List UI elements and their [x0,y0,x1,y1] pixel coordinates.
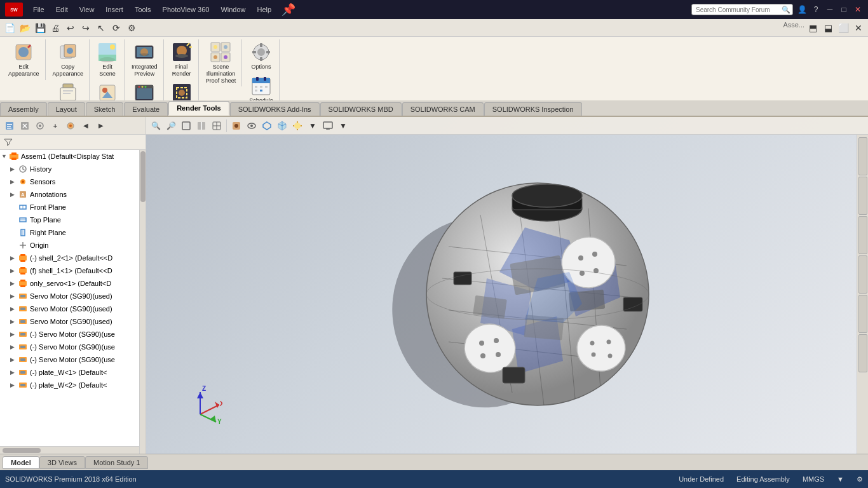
display-settings-dropdown[interactable]: ▼ [306,119,320,133]
sensors-expand-icon[interactable]: ▶ [10,179,18,185]
expand-right-button[interactable]: ▶ [94,119,108,133]
menu-file[interactable]: File [28,4,50,15]
tree-item-plate1[interactable]: ▶ (-) plate_W<1> (Default< [0,366,146,379]
monitor-button[interactable] [321,119,335,133]
servo3-expand-icon[interactable]: ▶ [10,318,18,325]
tree-item-history[interactable]: ▶ History [0,163,146,175]
configuration-manager-button[interactable] [33,119,47,133]
view-cube-button[interactable] [275,119,289,133]
zoom-in-button[interactable]: 🔎 [164,119,178,133]
rsb-btn-3[interactable] [858,216,867,254]
print-button[interactable]: 🖨 [48,21,62,35]
tree-item-sensors[interactable]: ▶ Sensors [0,175,146,188]
tree-item-servo1[interactable]: ▶ Servo Motor (SG90)(used) [0,290,146,302]
options-button[interactable]: ⚙ [125,21,139,35]
plate1-expand-icon[interactable]: ▶ [10,369,18,376]
menu-insert[interactable]: Insert [100,4,128,15]
tree-root[interactable]: ▼ Assem1 (Default<Display Stat [0,150,146,163]
section-view-button[interactable] [194,119,208,133]
paste-appearance-button[interactable]: Paste Appearance [50,80,87,100]
minimize-button[interactable]: ─ [825,5,835,14]
tree-item-servo3[interactable]: ▶ Servo Motor (SG90)(used) [0,315,146,328]
schedule-render-button[interactable]: Schedule Render [246,73,276,100]
tree-item-servo4[interactable]: ▶ (-) Servo Motor (SG90)(use [0,328,146,341]
help-icon[interactable]: ? [811,5,821,14]
dim-xpert-button[interactable]: + [48,119,62,133]
undo-button[interactable]: ↩ [64,21,78,35]
zoom-to-fit-button[interactable]: 🔍 [149,119,163,133]
copy-appearance-button[interactable]: Copy Appearance [50,39,87,80]
restore-button[interactable]: □ [839,5,849,14]
plate2-expand-icon[interactable]: ▶ [10,382,18,388]
tree-item-servo2[interactable]: ▶ Servo Motor (SG90)(used) [0,302,146,315]
tab-evaluate[interactable]: Evaluate [124,102,168,116]
tab-assembly[interactable]: Assembly [0,102,47,116]
rsb-btn-6[interactable] [858,334,867,372]
servo6-expand-icon[interactable]: ▶ [10,356,18,363]
scene-illumination-button[interactable]: SceneIlluminationProof Sheet [203,39,240,86]
menu-edit[interactable]: Edit [51,4,73,15]
edit-scene-button[interactable]: Edit Scene [93,39,121,80]
root-expand-icon[interactable]: ▼ [1,153,9,159]
tree-item-servo6[interactable]: ▶ (-) Servo Motor (SG90)(use [0,353,146,366]
tree-item-right-plane[interactable]: Right Plane [0,226,146,239]
menu-view[interactable]: View [74,4,100,15]
render-region-button[interactable]: Render Region [168,80,196,100]
tree-item-shell2[interactable]: ▶ (-) shell_2<1> (Default<<D [0,252,146,264]
menu-photoview[interactable]: PhotoView 360 [158,4,215,15]
save-button[interactable]: 💾 [33,21,47,35]
preview-window-button[interactable]: Preview Window [130,80,158,100]
tree-scrollbar[interactable] [139,150,146,454]
tab-model[interactable]: Model [3,456,39,469]
tab-cam[interactable]: SOLIDWORKS CAM [402,102,484,116]
property-manager-button[interactable] [18,119,32,133]
tab-sketch[interactable]: Sketch [86,102,124,116]
tree-item-shell1[interactable]: ▶ (f) shell_1<1> (Default<<D [0,264,146,277]
tree-hscrollbar[interactable]: ▶ [0,446,146,454]
tab-3d-views[interactable]: 3D Views [39,456,85,469]
tree-item-origin[interactable]: Origin [0,239,146,252]
servo5-expand-icon[interactable]: ▶ [10,344,18,350]
status-options-icon[interactable]: ⚙ [857,475,863,484]
display-manager-button[interactable] [64,119,78,133]
split-horizontal-button[interactable]: ⬒ [806,21,820,35]
menu-window[interactable]: Window [215,4,250,15]
model-area[interactable]: X Y Z [146,135,868,454]
tree-item-only-servo[interactable]: ▶ only_servo<1> (Default<D [0,277,146,290]
final-render-button[interactable]: Final Render [168,39,196,80]
tree-item-servo5[interactable]: ▶ (-) Servo Motor (SG90)(use [0,341,146,353]
tab-render-tools[interactable]: Render Tools [168,101,229,116]
tree-item-annotations[interactable]: ▶ A Annotations [0,188,146,201]
tree-item-top-plane[interactable]: Top Plane [0,214,146,226]
menu-tools[interactable]: Tools [130,4,156,15]
open-button[interactable]: 📂 [18,21,32,35]
feature-manager-button[interactable] [3,119,17,133]
split-vertical-button[interactable]: ⬓ [821,21,835,35]
display-style-button[interactable] [229,119,243,133]
tab-mbd[interactable]: SOLIDWORKS MBD [320,102,402,116]
select-button[interactable]: ↖ [94,21,108,35]
servo1-expand-icon[interactable]: ▶ [10,293,18,299]
servo2-expand-icon[interactable]: ▶ [10,306,18,312]
new-button[interactable]: 📄 [3,21,17,35]
shell2-expand-icon[interactable]: ▶ [10,255,18,261]
close-window-button[interactable]: ✕ [851,21,865,35]
tree-item-front-plane[interactable]: Front Plane [0,201,146,214]
user-icon[interactable]: 👤 [797,5,807,14]
redo-button[interactable]: ↪ [79,21,93,35]
hide-show-button[interactable] [245,119,259,133]
menu-help[interactable]: Help [252,4,277,15]
expand-panel-button[interactable]: ◀ [79,119,93,133]
view-options-button[interactable] [210,119,224,133]
close-button[interactable]: ✕ [853,5,863,14]
rsb-btn-2[interactable] [858,177,867,215]
view-3d-button[interactable] [260,119,274,133]
status-units-dropdown[interactable]: ▼ [837,475,844,484]
annotations-expand-icon[interactable]: ▶ [10,191,18,198]
integrated-preview-button[interactable]: Integrated Preview [128,39,161,80]
edit-appearance-button[interactable]: Edit Appearance [5,39,43,80]
servo4-expand-icon[interactable]: ▶ [10,331,18,337]
tab-inspection[interactable]: SOLIDWORKS Inspection [484,102,582,116]
viewport-max-button[interactable]: ⬜ [836,21,850,35]
history-expand-icon[interactable]: ▶ [10,166,18,172]
